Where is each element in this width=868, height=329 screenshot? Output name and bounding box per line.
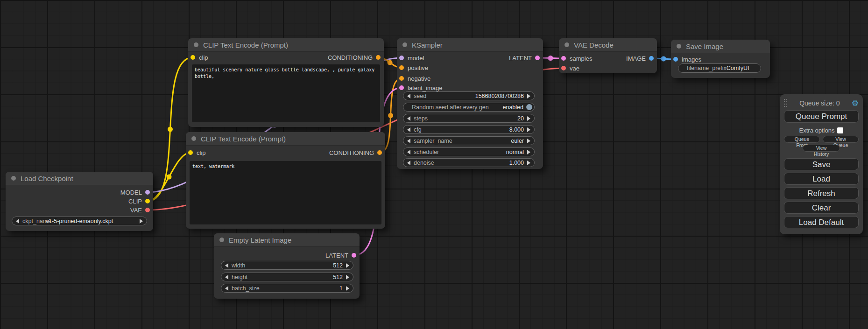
steps-widget[interactable]: steps 20 <box>403 114 535 123</box>
seed-widget[interactable]: seed 156680208700286 <box>403 91 535 100</box>
increment-arrow-icon[interactable] <box>527 139 530 143</box>
node-load-checkpoint[interactable]: Load Checkpoint MODEL CLIP VAE ckpt_name… <box>6 172 153 231</box>
decrement-arrow-icon[interactable] <box>407 150 410 154</box>
clip-slot-dot[interactable] <box>145 199 150 203</box>
input-slot-vae[interactable]: vae <box>559 64 657 72</box>
conditioning-slot-dot[interactable] <box>377 150 382 155</box>
load-default-button[interactable]: Load Default <box>784 216 859 228</box>
collapse-dot[interactable] <box>402 42 407 47</box>
output-slot-conditioning[interactable]: CONDITIONING <box>188 53 384 62</box>
load-button[interactable]: Load <box>784 173 859 185</box>
denoise-widget[interactable]: denoise 1.000 <box>403 158 535 167</box>
increment-arrow-icon[interactable] <box>346 263 349 268</box>
view-history-button[interactable]: View History <box>803 145 840 152</box>
input-slot-latent-image[interactable]: latent_image <box>397 84 543 92</box>
node-header[interactable]: Empty Latent Image <box>214 233 360 247</box>
random-seed-toggle-widget[interactable]: Random seed after every gen enabled <box>403 103 535 112</box>
node-header[interactable]: VAE Decode <box>559 38 657 52</box>
queue-front-button[interactable]: Queue Front <box>784 136 820 143</box>
collapse-dot[interactable] <box>191 136 196 141</box>
decrement-arrow-icon[interactable] <box>407 116 410 121</box>
link-midpoint-dot <box>167 175 172 180</box>
sampler-name-widget[interactable]: sampler_name euler <box>403 136 535 145</box>
output-slot-latent[interactable]: LATENT <box>397 54 543 62</box>
increment-arrow-icon[interactable] <box>527 116 530 121</box>
scheduler-widget[interactable]: scheduler normal <box>403 147 535 156</box>
model-slot-dot[interactable] <box>145 190 150 195</box>
node-clip-text-encode-positive[interactable]: CLIP Text Encode (Prompt) clip CONDITION… <box>188 38 384 127</box>
output-slot-conditioning[interactable]: CONDITIONING <box>186 148 385 157</box>
node-header[interactable]: CLIP Text Encode (Prompt) <box>188 38 384 52</box>
node-header[interactable]: CLIP Text Encode (Prompt) <box>186 132 385 146</box>
latent-slot-dot[interactable] <box>352 253 356 258</box>
decrement-arrow-icon[interactable] <box>407 94 410 98</box>
image-slot-dot[interactable] <box>673 57 678 62</box>
decrement-arrow-icon[interactable] <box>407 127 410 132</box>
extra-options-label: Extra options <box>799 127 835 134</box>
output-slot-vae[interactable]: VAE <box>6 206 153 214</box>
increment-arrow-icon[interactable] <box>346 286 349 291</box>
ckpt-name-widget[interactable]: ckpt_name v1-5-pruned-emaonly.ckpt <box>12 217 147 225</box>
queue-prompt-button[interactable]: Queue Prompt <box>784 110 859 123</box>
increment-arrow-icon[interactable] <box>346 275 349 280</box>
node-ksampler[interactable]: KSampler model LATENT positive negative … <box>397 38 543 169</box>
node-header[interactable]: Save Image <box>671 40 770 53</box>
output-slot-model[interactable]: MODEL <box>6 188 153 196</box>
increment-arrow-icon[interactable] <box>527 161 530 165</box>
collapse-dot[interactable] <box>677 44 681 49</box>
latent-slot-dot[interactable] <box>535 56 540 60</box>
increment-arrow-icon[interactable] <box>527 127 530 132</box>
conditioning-slot-dot[interactable] <box>376 55 381 60</box>
filename-prefix-widget[interactable]: filename_prefix ComfyUI <box>678 63 761 73</box>
cfg-widget[interactable]: cfg 8.000 <box>403 125 535 134</box>
input-slot-images[interactable]: images <box>671 55 770 63</box>
vae-slot-dot[interactable] <box>145 208 150 212</box>
increment-arrow-icon[interactable] <box>140 219 143 224</box>
node-title: VAE Decode <box>574 41 614 49</box>
node-header[interactable]: Load Checkpoint <box>6 172 153 185</box>
node-header[interactable]: KSampler <box>397 38 543 52</box>
decrement-arrow-icon[interactable] <box>407 161 410 165</box>
image-slot-dot[interactable] <box>649 56 654 61</box>
collapse-dot[interactable] <box>11 176 16 181</box>
decrement-arrow-icon[interactable] <box>225 275 228 280</box>
decrement-arrow-icon[interactable] <box>16 219 19 224</box>
save-button[interactable]: Save <box>784 158 859 170</box>
vae-slot-dot[interactable] <box>561 66 566 70</box>
link-midpoint-dot <box>548 56 553 61</box>
decrement-arrow-icon[interactable] <box>225 286 228 291</box>
gear-icon[interactable]: ⚙ <box>852 99 859 107</box>
width-widget[interactable]: width 512 <box>221 261 353 270</box>
node-title: Empty Latent Image <box>229 236 291 244</box>
refresh-button[interactable]: Refresh <box>784 187 859 199</box>
decrement-arrow-icon[interactable] <box>225 263 228 268</box>
output-slot-latent[interactable]: LATENT <box>214 251 360 259</box>
output-slot-image[interactable]: IMAGE <box>559 54 657 63</box>
height-widget[interactable]: height 512 <box>221 273 353 281</box>
toggle-dot[interactable] <box>526 104 532 110</box>
conditioning-slot-dot[interactable] <box>399 76 404 81</box>
conditioning-slot-dot[interactable] <box>399 65 404 70</box>
increment-arrow-icon[interactable] <box>527 94 530 98</box>
input-slot-negative[interactable]: negative <box>397 74 543 83</box>
prompt-textarea[interactable]: text, watermark <box>190 161 381 224</box>
clear-button[interactable]: Clear <box>784 202 859 214</box>
node-vae-decode[interactable]: VAE Decode samples IMAGE vae <box>559 38 657 73</box>
collapse-dot[interactable] <box>194 42 198 47</box>
output-slot-clip[interactable]: CLIP <box>6 197 153 205</box>
decrement-arrow-icon[interactable] <box>407 139 410 143</box>
prompt-textarea[interactable]: beautiful scenery nature glass bottle la… <box>192 64 380 122</box>
input-slot-positive[interactable]: positive <box>397 63 543 72</box>
view-queue-button[interactable]: View Queue <box>823 136 859 143</box>
collapse-dot[interactable] <box>219 238 224 242</box>
node-clip-text-encode-negative[interactable]: CLIP Text Encode (Prompt) clip CONDITION… <box>186 132 385 229</box>
node-save-image[interactable]: Save Image images filename_prefix ComfyU… <box>671 40 770 78</box>
batch-size-widget[interactable]: batch_size 1 <box>221 284 353 293</box>
extra-options-checkbox[interactable] <box>837 127 843 133</box>
collapse-dot[interactable] <box>565 42 569 47</box>
drag-handle-icon[interactable] <box>784 99 788 107</box>
latent-slot-dot[interactable] <box>399 85 404 90</box>
increment-arrow-icon[interactable] <box>527 150 530 154</box>
node-empty-latent-image[interactable]: Empty Latent Image LATENT width 512 heig… <box>214 233 360 299</box>
node-title: CLIP Text Encode (Prompt) <box>203 41 288 49</box>
